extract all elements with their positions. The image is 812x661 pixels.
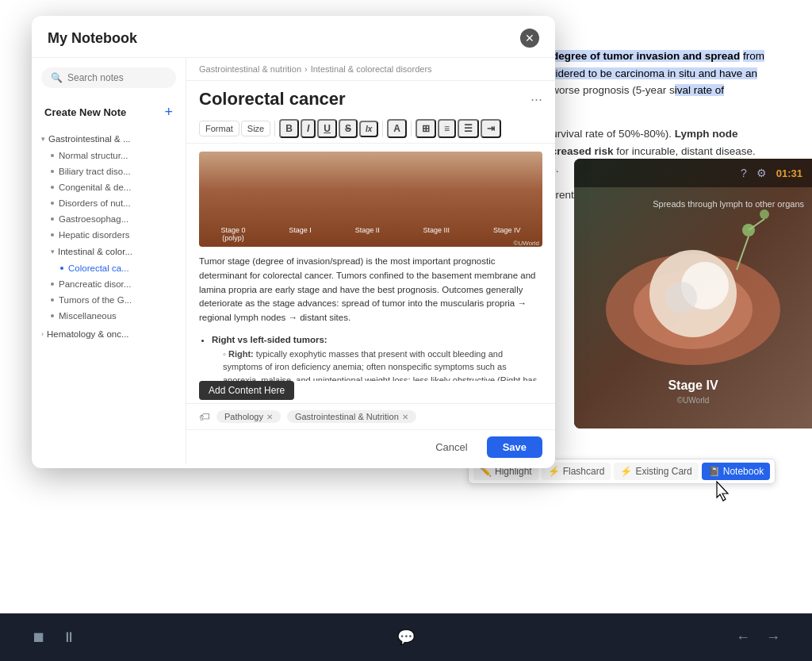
stop-icon[interactable]: ⏹ — [32, 629, 46, 646]
video-image: Spreads through lymph to other organs St… — [574, 159, 812, 428]
modal-body: 🔍 Create New Note + ▾ Gastrointestinal &… — [32, 58, 555, 464]
bottom-bar-left: ⏹ ⏸ — [32, 629, 76, 646]
existing-card-bolt-icon: ⚡ — [620, 466, 632, 477]
sidebar-item-miscellaneous-label: Miscellaneous — [59, 311, 117, 321]
notebook-book-icon: 📓 — [708, 466, 720, 477]
sidebar-item-pancreatic-label: Pancreatic disor... — [59, 279, 131, 289]
note-content[interactable]: Stage 0(polyp) Stage I Stage II Stage II… — [186, 144, 555, 381]
video-copyright: ©UWorld — [574, 396, 812, 405]
tag-pathology-remove[interactable]: ✕ — [266, 413, 273, 421]
indent-button[interactable]: ⇥ — [481, 119, 501, 138]
sidebar-item-disorders-nut[interactable]: Disorders of nut... — [32, 195, 186, 211]
sidebar-item-miscellaneous[interactable]: Miscellaneous — [32, 308, 186, 324]
search-icon: 🔍 — [51, 72, 63, 83]
breadcrumb-part2: Intestinal & colorectal disorders — [311, 64, 432, 74]
modal-close-button[interactable]: ✕ — [520, 29, 539, 48]
tag-gastrointestinal-remove[interactable]: ✕ — [402, 413, 408, 421]
create-new-note-row: Create New Note + — [32, 98, 186, 127]
bullet-list: Right vs left-sided tumors: Right: typic… — [199, 333, 542, 381]
video-stage-label: Stage IV — [574, 379, 812, 393]
dot-icon — [51, 154, 54, 157]
search-bar[interactable]: 🔍 — [41, 67, 176, 88]
tag-pathology-label: Pathology — [224, 412, 263, 421]
bottom-bar-right: ← → — [736, 629, 780, 646]
chevron-down-icon: ▾ — [51, 248, 55, 256]
bottom-bar-center: 💬 — [397, 628, 415, 646]
save-button[interactable]: Save — [487, 436, 542, 458]
flashcard-label: Flashcard — [563, 466, 605, 477]
sidebar-item-tumors[interactable]: Tumors of the G... — [32, 292, 186, 308]
tag-gastrointestinal[interactable]: Gastrointestinal & Nutrition ✕ — [287, 410, 416, 423]
comment-icon[interactable]: 💬 — [397, 628, 415, 646]
pause-icon[interactable]: ⏸ — [62, 629, 76, 646]
add-content-tooltip[interactable]: Add Content Here — [199, 381, 294, 400]
sidebar-item-normal-structure-label: Normal structur... — [59, 151, 128, 160]
size-button[interactable]: Size — [241, 121, 270, 136]
tag-pathology[interactable]: Pathology ✕ — [216, 410, 281, 423]
chevron-down-icon: ▾ — [41, 135, 45, 143]
tag-icon: 🏷 — [199, 410, 210, 423]
video-panel: ? ⚙ 01:31 Spreads through lymph to other… — [574, 159, 812, 428]
active-dot-icon — [60, 267, 63, 270]
nav-prev-icon[interactable]: ← — [736, 629, 750, 646]
sidebar-item-congenital[interactable]: Congenital & de... — [32, 179, 186, 195]
sidebar-group-hematology-header[interactable]: › Hematology & onc... — [32, 325, 186, 343]
existing-card-button[interactable]: ⚡ Existing Card — [614, 463, 698, 480]
list-button[interactable]: ≡ — [438, 119, 456, 138]
sidebar-group-gastrointestinal-header[interactable]: ▾ Gastrointestinal & ... — [32, 130, 186, 148]
sidebar-item-tumors-label: Tumors of the G... — [59, 295, 132, 305]
sidebar-item-colorectal[interactable]: Colorectal ca... — [32, 260, 186, 276]
format-button[interactable]: Format — [199, 121, 239, 136]
dot-icon — [51, 282, 54, 286]
sidebar-item-pancreatic[interactable]: Pancreatic disor... — [32, 276, 186, 292]
strikethrough-button[interactable]: S — [339, 119, 358, 138]
sidebar-item-hepatic[interactable]: Hepatic disorders — [32, 227, 186, 243]
dot-icon — [51, 298, 54, 302]
image-credit: ©UWorld — [514, 240, 539, 247]
create-new-note-label: Create New Note — [44, 106, 126, 118]
sidebar-item-biliary-label: Biliary tract diso... — [59, 167, 131, 176]
help-icon[interactable]: ? — [741, 167, 747, 179]
stage-2-label: Stage II — [355, 226, 380, 242]
stage-labels: Stage 0(polyp) Stage I Stage II Stage II… — [199, 226, 542, 242]
sidebar-subgroup-intestinal-label: Intestinal & color... — [58, 247, 132, 256]
sidebar-item-normal-structure[interactable]: Normal structur... — [32, 148, 186, 163]
stage-1-label: Stage I — [289, 226, 312, 242]
settings-icon[interactable]: ⚙ — [756, 167, 767, 179]
toolbar-separator-2 — [382, 121, 383, 136]
search-input[interactable] — [67, 72, 167, 83]
table-button[interactable]: ⊞ — [416, 119, 436, 138]
sidebar-item-biliary[interactable]: Biliary tract diso... — [32, 163, 186, 179]
highlight-color-button[interactable]: A — [387, 119, 407, 138]
sidebar-item-gastroesophag[interactable]: Gastroesophag... — [32, 211, 186, 227]
create-new-note-plus-button[interactable]: + — [164, 104, 173, 121]
sidebar-subgroup-intestinal-header[interactable]: ▾ Intestinal & color... — [32, 243, 186, 260]
bold-button[interactable]: B — [279, 119, 299, 138]
notebook-label: Notebook — [723, 466, 764, 477]
underline-button[interactable]: U — [317, 119, 337, 138]
cancel-button[interactable]: Cancel — [423, 436, 480, 458]
sidebar-group-hematology: › Hematology & onc... — [32, 325, 186, 343]
flashcard-bolt-icon: ⚡ — [548, 466, 560, 477]
dot-icon — [51, 170, 54, 173]
action-buttons: Cancel Save — [186, 429, 555, 464]
bottom-section: Add Content Here 🏷 Pathology ✕ Gastroint… — [186, 381, 555, 464]
stage-3-label: Stage III — [423, 226, 450, 242]
italic2-button[interactable]: Ix — [359, 121, 378, 137]
note-editor: Gastrointestinal & nutrition › Intestina… — [186, 58, 555, 464]
nav-next-icon[interactable]: → — [766, 629, 780, 646]
tags-bar: 🏷 Pathology ✕ Gastrointestinal & Nutriti… — [186, 403, 555, 429]
italic-button[interactable]: I — [301, 119, 316, 138]
sidebar-item-colorectal-label: Colorectal ca... — [68, 263, 129, 273]
more-options-icon[interactable]: ··· — [530, 91, 542, 108]
svg-point-4 — [665, 282, 697, 313]
breadcrumb-arrow: › — [304, 64, 308, 74]
note-title-bar: Colorectal cancer ··· — [186, 81, 555, 114]
video-top-bar: ? ⚙ 01:31 — [574, 159, 812, 187]
sidebar-item-disorders-nut-label: Disorders of nut... — [59, 198, 131, 208]
sidebar-item-congenital-label: Congenital & de... — [59, 183, 131, 192]
ordered-list-button[interactable]: ☰ — [458, 119, 479, 138]
add-content-container: Add Content Here — [186, 381, 555, 403]
note-stage-image: Stage 0(polyp) Stage I Stage II Stage II… — [199, 152, 542, 247]
notebook-button[interactable]: 📓 Notebook — [702, 463, 770, 480]
